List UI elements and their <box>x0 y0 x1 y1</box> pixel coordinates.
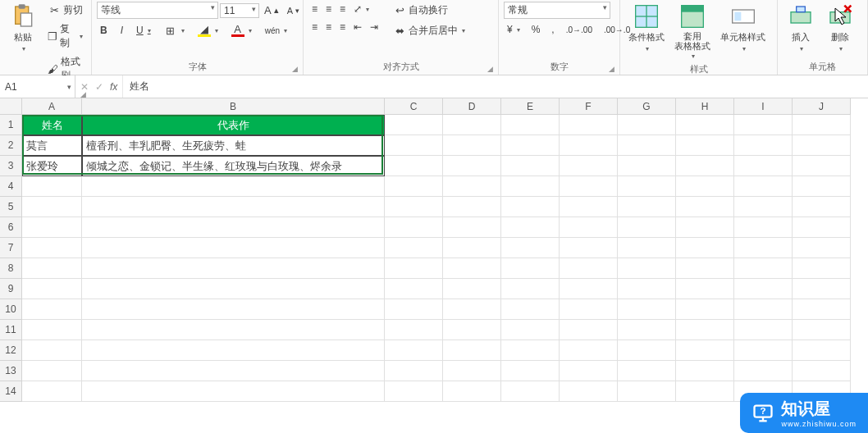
cell[interactable] <box>676 135 734 156</box>
column-header[interactable]: A <box>22 98 82 115</box>
row-header[interactable]: 3 <box>0 156 22 176</box>
cell[interactable] <box>618 197 676 217</box>
row-header[interactable]: 10 <box>0 299 22 320</box>
orientation-button[interactable]: ⤢▾ <box>350 2 372 16</box>
cell[interactable] <box>22 361 82 381</box>
row-header[interactable]: 8 <box>0 258 22 279</box>
column-header[interactable]: D <box>443 98 501 115</box>
cell[interactable] <box>22 340 82 361</box>
row-header[interactable]: 4 <box>0 176 22 197</box>
name-box[interactable]: A1 <box>0 75 75 98</box>
cell[interactable] <box>385 381 443 402</box>
cell[interactable] <box>734 361 793 381</box>
cell[interactable] <box>734 279 793 299</box>
cell[interactable] <box>443 320 501 340</box>
cell[interactable] <box>793 238 851 258</box>
row-header[interactable]: 5 <box>0 197 22 217</box>
cell[interactable] <box>82 258 385 279</box>
cell[interactable] <box>82 361 385 381</box>
cell[interactable] <box>385 238 443 258</box>
cell[interactable] <box>734 299 793 320</box>
cell[interactable] <box>501 340 560 361</box>
cell[interactable] <box>443 299 501 320</box>
indent-inc-button[interactable]: ⇥ <box>367 20 381 34</box>
increase-decimal-button[interactable]: .0→.00 <box>563 24 596 36</box>
cell[interactable] <box>501 176 560 197</box>
row-header[interactable]: 2 <box>0 135 22 156</box>
formula-input[interactable]: 姓名 <box>123 75 868 98</box>
cell[interactable]: 姓名 <box>22 115 82 135</box>
cell[interactable] <box>676 115 734 135</box>
column-header[interactable]: B <box>82 98 385 115</box>
indent-dec-button[interactable]: ⇤ <box>350 20 365 34</box>
cell[interactable] <box>385 340 443 361</box>
cell[interactable] <box>385 176 443 197</box>
column-header[interactable]: J <box>793 98 851 115</box>
align-middle-button[interactable]: ≡ <box>322 2 335 16</box>
cell[interactable] <box>793 176 851 197</box>
cell[interactable] <box>501 299 560 320</box>
cell[interactable] <box>734 340 793 361</box>
cell[interactable] <box>793 217 851 238</box>
confirm-icon[interactable]: ✓ <box>95 81 103 93</box>
cell[interactable] <box>618 217 676 238</box>
cell[interactable] <box>560 176 618 197</box>
cell[interactable] <box>82 299 385 320</box>
dialog-launcher-icon[interactable]: ◢ <box>292 65 298 73</box>
cell[interactable] <box>385 156 443 176</box>
cell[interactable] <box>793 299 851 320</box>
cell[interactable] <box>618 279 676 299</box>
cut-button[interactable]: ✂剪切 <box>44 2 86 19</box>
align-right-button[interactable]: ≡ <box>336 20 349 34</box>
row-header[interactable]: 11 <box>0 320 22 340</box>
cell[interactable] <box>560 115 618 135</box>
dialog-launcher-icon[interactable]: ◢ <box>609 65 614 73</box>
cell[interactable] <box>734 135 793 156</box>
cell[interactable] <box>560 361 618 381</box>
cell[interactable] <box>443 238 501 258</box>
cell[interactable] <box>501 217 560 238</box>
cell[interactable] <box>560 299 618 320</box>
cell[interactable] <box>385 361 443 381</box>
cell[interactable] <box>676 217 734 238</box>
cell[interactable] <box>618 135 676 156</box>
cell[interactable] <box>618 156 676 176</box>
cell[interactable] <box>793 279 851 299</box>
cell[interactable] <box>618 299 676 320</box>
cell[interactable]: 代表作 <box>82 115 385 135</box>
cell[interactable] <box>676 156 734 176</box>
cell[interactable] <box>676 299 734 320</box>
cell[interactable] <box>793 361 851 381</box>
cell[interactable] <box>676 381 734 402</box>
cell[interactable] <box>560 238 618 258</box>
column-header[interactable]: C <box>385 98 443 115</box>
paste-button[interactable]: 粘贴 ▾ <box>5 2 41 54</box>
cell[interactable] <box>734 156 793 176</box>
cell[interactable] <box>22 258 82 279</box>
cell[interactable] <box>501 156 560 176</box>
cell[interactable] <box>22 381 82 402</box>
cell[interactable] <box>82 176 385 197</box>
cell[interactable] <box>560 340 618 361</box>
cell[interactable] <box>676 258 734 279</box>
cell[interactable] <box>676 279 734 299</box>
column-header[interactable]: G <box>618 98 676 115</box>
column-header[interactable]: F <box>560 98 618 115</box>
merge-center-button[interactable]: ⬌合并后居中▾ <box>390 22 468 39</box>
cell[interactable] <box>676 361 734 381</box>
cell[interactable] <box>82 381 385 402</box>
number-format-select[interactable]: 常规 <box>504 2 610 19</box>
cell[interactable] <box>793 340 851 361</box>
cell[interactable] <box>82 238 385 258</box>
column-header[interactable]: H <box>676 98 734 115</box>
cell[interactable]: 莫言 <box>22 135 82 156</box>
cell[interactable] <box>734 115 793 135</box>
cell[interactable] <box>560 156 618 176</box>
font-size-select[interactable]: 11 <box>220 3 259 18</box>
cell[interactable]: 倾城之恋、金锁记、半生缘、红玫瑰与白玫瑰、烬余录 <box>82 156 385 176</box>
cell[interactable] <box>793 115 851 135</box>
decrease-font-button[interactable]: A▾ <box>284 4 303 17</box>
cell[interactable] <box>385 217 443 238</box>
cell[interactable] <box>443 176 501 197</box>
cell[interactable] <box>443 258 501 279</box>
